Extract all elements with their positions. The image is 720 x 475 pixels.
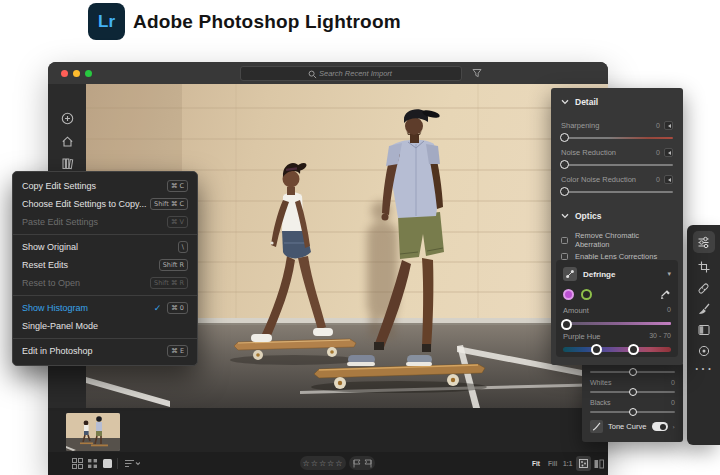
hidden-slider[interactable] — [590, 371, 675, 373]
detail-overlay-button[interactable] — [576, 456, 591, 471]
defringe-header[interactable]: Defringe ▾ — [563, 267, 671, 281]
blacks-slider-handle[interactable] — [629, 408, 637, 416]
zoom-fill-button[interactable]: Fill — [548, 460, 557, 467]
remove-chromatic-aberration-label: Remove Chromatic Aberration — [575, 231, 673, 249]
linear-gradient-tool[interactable] — [697, 323, 711, 337]
tone-curve-row[interactable]: Tone Curve › — [590, 419, 675, 434]
checkbox-icon[interactable] — [561, 237, 568, 244]
zoom-one-to-one-button[interactable]: 1:1 — [563, 460, 572, 467]
whites-slider-handle[interactable] — [629, 388, 637, 396]
before-after-icon[interactable] — [594, 459, 604, 469]
star-rating[interactable]: ☆☆☆☆☆ — [300, 456, 346, 470]
menu-item-label: Single-Panel Mode — [22, 321, 188, 331]
defringe-panel: Defringe ▾ Amount 0 Purple Hue 30 - 70 — [556, 260, 678, 357]
edit-sliders-icon — [697, 236, 710, 249]
zoom-window-button[interactable] — [85, 70, 92, 77]
menu-item-show-histogram[interactable]: Show Histogram ✓ ⌘ 0 — [13, 299, 197, 317]
noise-reduction-slider-handle[interactable] — [560, 160, 569, 169]
menu-item-reset-edits[interactable]: Reset Edits Shift R — [13, 256, 197, 274]
menu-item-shortcut: Shift R — [159, 259, 188, 271]
menu-item-shortcut: \ — [178, 241, 188, 253]
star-icon[interactable]: ☆ — [335, 459, 343, 468]
purple-hue-min-handle[interactable] — [591, 344, 602, 355]
menu-item-label: Copy Edit Settings — [22, 181, 167, 191]
purple-hue-slider[interactable] — [563, 347, 671, 352]
crop-icon — [698, 261, 710, 273]
close-window-button[interactable] — [61, 70, 68, 77]
search-field-container — [240, 66, 462, 81]
noise-reduction-label: Noise Reduction — [561, 148, 616, 157]
purple-hue-max-handle[interactable] — [628, 344, 639, 355]
detail-view-icon[interactable] — [102, 458, 113, 469]
chevron-down-icon[interactable]: ▾ — [667, 270, 671, 278]
whites-label: Whites — [590, 379, 611, 387]
edit-tool-rail: • • • — [687, 225, 720, 445]
whites-slider[interactable] — [590, 391, 675, 393]
library-icon[interactable] — [61, 157, 74, 170]
blacks-slider[interactable] — [590, 411, 675, 413]
menu-item-paste-edit-settings: Paste Edit Settings ⌘ V — [13, 213, 197, 231]
crop-tool[interactable] — [697, 260, 711, 274]
home-icon[interactable] — [61, 135, 74, 148]
purple-fringe-swatch[interactable] — [563, 289, 574, 300]
tone-curve-toggle[interactable] — [652, 422, 668, 431]
reject-flag-icon[interactable] — [364, 459, 372, 468]
color-noise-reduction-slider-handle[interactable] — [560, 187, 569, 196]
star-icon[interactable]: ☆ — [327, 459, 335, 468]
photo-grid-view-icon[interactable] — [72, 458, 83, 469]
sharpening-slider-handle[interactable] — [560, 133, 569, 142]
menu-item-shortcut: ⌘ V — [167, 216, 188, 228]
check-icon: ✓ — [154, 303, 162, 313]
noise-reduction-disclosure-icon[interactable] — [664, 148, 673, 157]
chevron-down-icon — [561, 99, 569, 105]
zoom-fit-button[interactable]: Fit — [532, 460, 540, 467]
star-icon[interactable]: ☆ — [311, 459, 319, 468]
detail-optics-panel: Detail Sharpening 0 Noise Reduction 0 — [551, 88, 683, 365]
amount-slider-handle[interactable] — [561, 319, 572, 330]
square-grid-view-icon[interactable] — [87, 458, 98, 469]
thumbnail-image — [66, 413, 120, 451]
brush-tool[interactable] — [697, 302, 711, 316]
radial-gradient-tool[interactable] — [697, 344, 711, 358]
menu-item-label: Choose Edit Settings to Copy... — [22, 199, 150, 209]
healing-tool[interactable] — [697, 281, 711, 295]
defringe-title: Defringe — [583, 270, 661, 279]
sharpening-disclosure-icon[interactable] — [664, 121, 673, 130]
healing-brush-icon — [697, 282, 710, 295]
pick-flag-icon[interactable] — [353, 459, 361, 468]
star-icon[interactable]: ☆ — [319, 459, 327, 468]
filmstrip-thumbnail[interactable] — [66, 413, 120, 451]
minimize-window-button[interactable] — [73, 70, 80, 77]
star-icon[interactable]: ☆ — [303, 459, 311, 468]
sharpening-slider-row: Sharpening 0 — [561, 121, 673, 139]
menu-divider — [13, 295, 197, 296]
hidden-slider-handle[interactable] — [629, 368, 637, 376]
search-input[interactable] — [241, 67, 461, 80]
sharpening-value: 0 — [656, 122, 660, 129]
color-noise-reduction-disclosure-icon[interactable] — [664, 175, 673, 184]
radial-gradient-icon — [698, 345, 710, 357]
menu-item-copy-edit-settings[interactable]: Copy Edit Settings ⌘ C — [13, 177, 197, 195]
tone-curve-label: Tone Curve — [608, 422, 647, 431]
noise-reduction-slider[interactable] — [561, 164, 673, 166]
checkbox-icon[interactable] — [561, 253, 568, 260]
eyedropper-icon[interactable] — [660, 289, 671, 300]
menu-item-choose-edit-settings[interactable]: Choose Edit Settings to Copy... Shift ⌘ … — [13, 195, 197, 213]
menu-item-single-panel-mode[interactable]: Single-Panel Mode — [13, 317, 197, 335]
amount-slider[interactable] — [563, 322, 671, 325]
color-noise-reduction-slider[interactable] — [561, 191, 673, 193]
remove-chromatic-aberration-row[interactable]: Remove Chromatic Aberration — [561, 234, 673, 246]
detail-section-header[interactable]: Detail — [561, 96, 673, 108]
menu-item-show-original[interactable]: Show Original \ — [13, 238, 197, 256]
edit-sliders-tool[interactable] — [693, 231, 715, 253]
green-fringe-swatch[interactable] — [581, 289, 592, 300]
more-tools-button[interactable]: • • • — [695, 365, 711, 372]
filter-icon[interactable] — [472, 68, 482, 78]
menu-item-edit-in-photoshop[interactable]: Edit in Photoshop ⌘ E — [13, 342, 197, 360]
purple-hue-value: 30 - 70 — [649, 332, 671, 341]
tone-curve-icon — [590, 420, 603, 433]
sort-order-icon[interactable] — [124, 458, 140, 469]
optics-section-header[interactable]: Optics — [561, 210, 673, 222]
add-photos-icon[interactable] — [61, 112, 74, 125]
sharpening-slider[interactable] — [561, 137, 673, 139]
